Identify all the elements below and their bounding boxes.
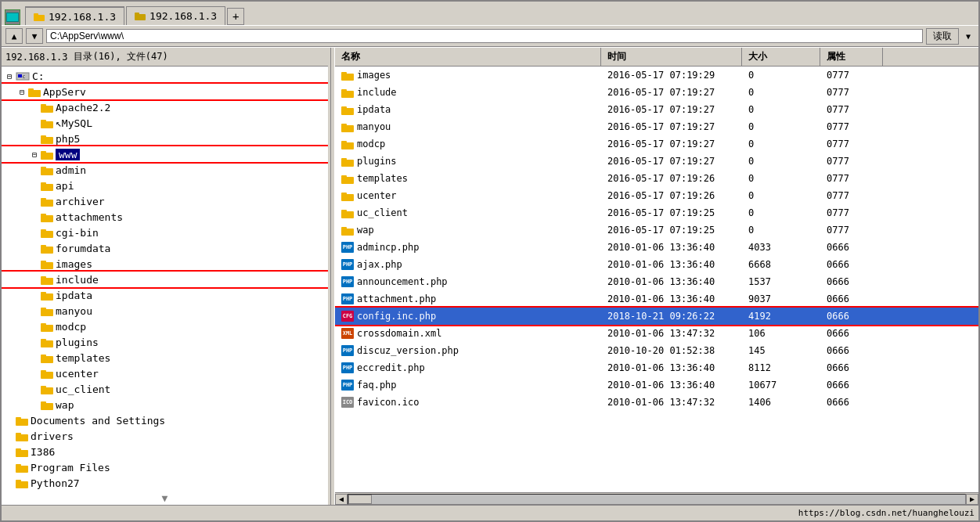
tree-item-forumdata[interactable]: forumdata bbox=[2, 240, 328, 256]
svg-rect-25 bbox=[41, 215, 53, 222]
tree-item-appserv[interactable]: ⊟ AppServ bbox=[2, 84, 328, 99]
file-row-admincp[interactable]: PHPadmincp.php 2010-01-06 13:36:40 4033 … bbox=[335, 239, 978, 256]
file-row-wap[interactable]: wap 2016-05-17 07:19:25 0 0777 bbox=[335, 221, 978, 239]
svg-rect-62 bbox=[341, 72, 347, 74]
file-row-attachment[interactable]: PHPattachment.php 2010-01-06 13:36:40 90… bbox=[335, 290, 978, 308]
svg-rect-48 bbox=[41, 386, 46, 388]
dir-info: 目录(16), 文件(47) bbox=[74, 50, 168, 63]
file-row-ajax[interactable]: PHPajax.php 2010-01-06 13:36:40 6668 066… bbox=[335, 256, 978, 273]
tree-item-mysql[interactable]: ▶ ↖MySQL bbox=[2, 115, 328, 131]
file-row-crossdomain[interactable]: XMLcrossdomain.xml 2010-01-06 13:47:32 1… bbox=[335, 325, 978, 342]
file-row-modcp[interactable]: modcp 2016-05-17 07:19:27 0 0777 bbox=[335, 135, 978, 153]
tree-item-wap[interactable]: wap bbox=[2, 397, 328, 412]
folder-forumdata-icon bbox=[41, 243, 53, 254]
file-row-discuz-version[interactable]: PHPdiscuz_version.php 2010-10-20 01:52:3… bbox=[335, 342, 978, 359]
tree-item-uc_client[interactable]: uc_client bbox=[2, 381, 328, 397]
scroll-left-btn[interactable]: ◀ bbox=[335, 494, 348, 505]
svg-rect-46 bbox=[41, 370, 46, 373]
tree-item-ipdata[interactable]: ipdata bbox=[2, 287, 328, 303]
file-row-config[interactable]: CFGconfig.inc.php 2018-10-21 09:26:22 41… bbox=[335, 308, 978, 325]
tree-item-i386[interactable]: I386 bbox=[2, 444, 328, 459]
path-input[interactable] bbox=[46, 29, 923, 43]
file-row-plugins[interactable]: plugins 2016-05-17 07:19:27 0 0777 bbox=[335, 153, 978, 170]
file-row-uc_client[interactable]: uc_client 2016-05-17 07:19:25 0 0777 bbox=[335, 204, 978, 221]
file-row-include[interactable]: include 2016-05-17 07:19:27 0 0777 bbox=[335, 84, 978, 101]
tab-add-button[interactable]: + bbox=[227, 8, 244, 25]
file-row-ucenter[interactable]: ucenter 2016-05-17 07:19:26 0 0777 bbox=[335, 187, 978, 204]
svg-rect-19 bbox=[41, 168, 53, 175]
tree-item-images[interactable]: images bbox=[2, 256, 328, 272]
svg-rect-34 bbox=[41, 276, 46, 279]
svg-rect-70 bbox=[341, 141, 347, 143]
file-row-favicon[interactable]: ICOfavicon.ico 2010-01-06 13:47:32 1406 … bbox=[335, 394, 978, 411]
horizontal-scrollbar[interactable]: ◀ ▶ bbox=[335, 492, 978, 505]
folder-cgi-icon bbox=[41, 228, 53, 238]
file-row-faq[interactable]: PHPfaq.php 2010-01-06 13:36:40 10677 066… bbox=[335, 376, 978, 394]
tree-item-c-drive[interactable]: ⊟ C C: bbox=[2, 68, 328, 84]
tree-item-plugins[interactable]: plugins bbox=[2, 334, 328, 350]
svg-rect-72 bbox=[341, 158, 347, 160]
toolbar-btn-1[interactable]: ▲ bbox=[5, 28, 23, 44]
tree-item-archiver[interactable]: archiver bbox=[2, 193, 328, 209]
folder-appserv-icon bbox=[28, 87, 41, 97]
php-file-icon-faq: PHP bbox=[341, 380, 354, 391]
tree-item-www[interactable]: ⊟ www bbox=[2, 146, 328, 162]
tree-wap-label: wap bbox=[56, 399, 74, 411]
tree-item-api[interactable]: api bbox=[2, 178, 328, 193]
tree-item-include[interactable]: include bbox=[2, 272, 328, 287]
svg-rect-59 bbox=[16, 481, 28, 488]
expand-www: ⊟ bbox=[28, 148, 41, 160]
tree-item-progfiles[interactable]: Program Files bbox=[2, 459, 328, 475]
file-row-ipdata[interactable]: ipdata 2016-05-17 07:19:27 0 0777 bbox=[335, 101, 978, 118]
left-header: 192.168.1.3 目录(16), 文件(47) bbox=[2, 48, 328, 67]
toolbar-btn-2[interactable]: ▼ bbox=[26, 28, 43, 44]
tree-item-python27[interactable]: Python27 bbox=[2, 475, 328, 491]
tree-www-label: www bbox=[56, 149, 80, 160]
file-row-manyou[interactable]: manyou 2016-05-17 07:19:27 0 0777 bbox=[335, 118, 978, 135]
folder-icon-plugins bbox=[341, 157, 354, 167]
folder-icon-uc_client bbox=[341, 208, 354, 218]
tab-1[interactable]: 192.168.1.3 bbox=[25, 6, 124, 25]
svg-rect-75 bbox=[341, 194, 354, 201]
dropdown-arrow[interactable]: ▼ bbox=[962, 30, 975, 42]
status-url: https://blog.csdn.net/huanghelouzi bbox=[5, 508, 975, 518]
svg-rect-10 bbox=[28, 88, 34, 91]
tree-item-manyou[interactable]: manyou bbox=[2, 303, 328, 319]
php-file-icon-ajax: PHP bbox=[341, 259, 354, 270]
svg-rect-3 bbox=[34, 13, 38, 16]
file-row-images[interactable]: images 2016-05-17 07:19:29 0 0777 bbox=[335, 67, 978, 84]
expand-appserv: ⊟ bbox=[16, 85, 28, 98]
folder-icon-ucenter bbox=[341, 191, 354, 201]
folder-include-icon bbox=[41, 275, 53, 285]
svg-rect-67 bbox=[341, 125, 354, 132]
tree-item-drivers[interactable]: drivers bbox=[2, 428, 328, 444]
folder-mysql-icon bbox=[41, 118, 53, 128]
scroll-thumb[interactable] bbox=[348, 495, 372, 504]
tree-i386-label: I386 bbox=[31, 446, 55, 458]
window-icon bbox=[5, 9, 20, 25]
folder-archiver-icon bbox=[41, 196, 53, 207]
read-button[interactable]: 读取 bbox=[926, 28, 959, 45]
file-row-announcement[interactable]: PHPannouncement.php 2010-01-06 13:36:40 … bbox=[335, 273, 978, 290]
tab-folder-icon-2 bbox=[135, 12, 146, 20]
file-row-templates[interactable]: templates 2016-05-17 07:19:26 0 0777 bbox=[335, 170, 978, 187]
file-row-eccredit[interactable]: PHPeccredit.php 2010-01-06 13:36:40 8112… bbox=[335, 359, 978, 376]
tree-progfiles-label: Program Files bbox=[31, 462, 110, 473]
folder-attachments-icon bbox=[41, 212, 53, 222]
tree-item-attachments[interactable]: attachments bbox=[2, 209, 328, 225]
tree-item-ucenter[interactable]: ucenter bbox=[2, 365, 328, 381]
tree-item-docsettings[interactable]: Documents and Settings bbox=[2, 412, 328, 428]
tree-item-templates[interactable]: templates bbox=[2, 350, 328, 365]
col-size: 大小 bbox=[742, 48, 820, 66]
php-file-icon-attachment: PHP bbox=[341, 293, 354, 304]
tree-item-admin[interactable]: admin bbox=[2, 162, 328, 178]
tree-item-php5[interactable]: ▶ php5 bbox=[2, 131, 328, 146]
tab-2[interactable]: 192.168.1.3 bbox=[126, 6, 225, 25]
svg-rect-24 bbox=[41, 198, 46, 200]
tree-item-apache[interactable]: ▶ Apache2.2 bbox=[2, 99, 328, 115]
tree-item-cgi-bin[interactable]: cgi-bin bbox=[2, 225, 328, 240]
tree-item-modcp[interactable]: modcp bbox=[2, 319, 328, 334]
cfg-file-icon: CFG bbox=[341, 311, 354, 322]
scroll-track[interactable] bbox=[348, 494, 966, 505]
scroll-right-btn[interactable]: ▶ bbox=[966, 494, 978, 505]
